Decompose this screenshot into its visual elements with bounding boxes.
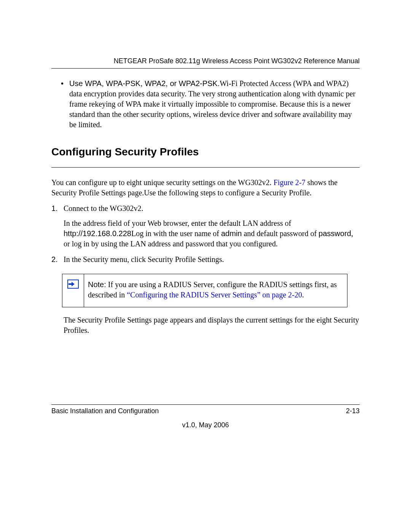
intro-paragraph: You can configure up to eight unique sec… [51,177,360,198]
note-link[interactable]: “Configuring the RADIUS Server Settings”… [127,291,302,299]
note-box: Note: If you are using a RADIUS Server, … [62,274,347,307]
bullet-lead: Use WPA, WPA-PSK, WPA2, or WPA2-PSK. [69,79,220,88]
arrow-icon [67,280,79,289]
running-header: NETGEAR ProSafe 802.11g Wireless Access … [51,57,360,69]
note-label: Note: [88,280,106,289]
intro-part1: You can configure up to eight unique sec… [51,178,274,187]
figure-link[interactable]: Figure 2-7 [274,178,306,187]
note-tail: . [302,291,304,299]
bullet-text: Use WPA, WPA-PSK, WPA2, or WPA2-PSK.Wi-F… [69,78,360,130]
username-literal: admin [221,229,242,238]
default-url: http://192.168.0.228 [64,229,131,238]
step2-after-wrap: The Security Profile Settings page appea… [51,315,360,335]
step-number: 2. [51,254,64,265]
step1-t1: In the address field of your Web browser… [64,219,291,227]
step1-t2: Log in with the user name of [131,229,221,238]
step1-line1: Connect to the WG302v2. [64,203,360,214]
bullet-item: • Use WPA, WPA-PSK, WPA2, or WPA2-PSK.Wi… [61,78,360,130]
step2-after: The Security Profile Settings page appea… [64,315,360,335]
step1-t3: and default password of [242,229,319,238]
section-heading: Configuring Security Profiles [51,146,360,168]
step-2: 2. In the Security menu, click Security … [51,254,360,265]
footer-section-name: Basic Installation and Configuration [51,407,159,415]
bullet-mark: • [61,78,69,130]
step-1: 1. Connect to the WG302v2. In the addres… [51,203,360,249]
note-text: Note: If you are using a RADIUS Server, … [84,274,347,307]
page: NETGEAR ProSafe 802.11g Wireless Access … [0,0,411,532]
note-icon-cell [62,274,84,307]
footer-version: v1.0, May 2006 [51,421,360,429]
page-footer: Basic Installation and Configuration 2-1… [51,404,360,429]
step-number: 1. [51,203,64,249]
step1-detail: In the address field of your Web browser… [64,218,360,249]
password-literal: password [319,229,351,238]
page-number: 2-13 [346,407,360,415]
step2-line1: In the Security menu, click Security Pro… [64,254,360,265]
